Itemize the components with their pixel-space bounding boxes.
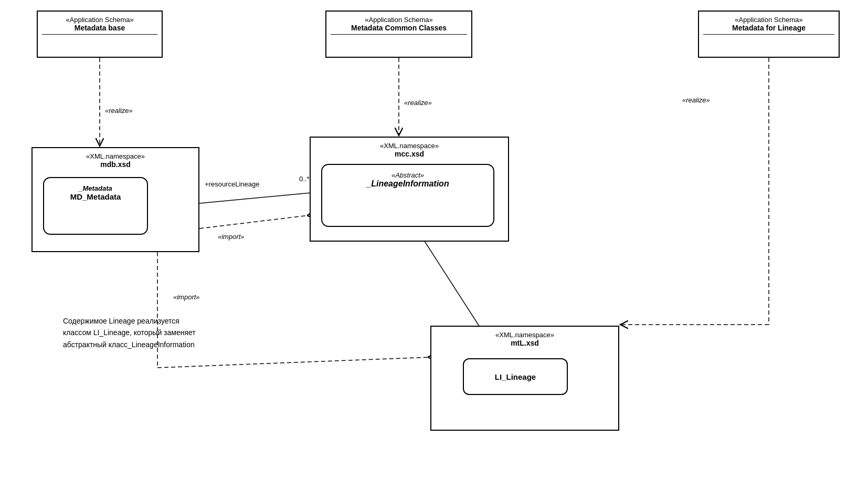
- svg-text:«realize»: «realize»: [105, 107, 133, 115]
- mcc-namespace-box: «XML.namespace» mcc.xsd «Abstract» _Line…: [310, 137, 509, 242]
- svg-line-10: [199, 215, 309, 228]
- svg-text:«import»: «import»: [173, 293, 200, 301]
- lineage-info-stereotype: «Abstract»: [329, 171, 487, 179]
- app-schema3-stereotype: «Application Schema»: [703, 16, 834, 24]
- app-schema2-name: Metadata Common Classes: [331, 24, 467, 32]
- svg-text:«realize»: «realize»: [682, 96, 710, 104]
- app-schema1-name: Metadata base: [42, 24, 157, 32]
- li-lineage-box: LI_Lineage: [463, 358, 568, 395]
- mdb-name: mdb.xsd: [37, 160, 194, 169]
- lineage-info-italic: _LineageInformation: [329, 179, 487, 189]
- mdb-namespace-box: «XML.namespace» mdb.xsd _Metadata MD_Met…: [31, 147, 199, 252]
- md-metadata-italic: _Metadata: [50, 184, 141, 192]
- mdb-stereotype: «XML.namespace»: [37, 152, 194, 160]
- mtl-stereotype: «XML.namespace»: [436, 331, 614, 339]
- svg-line-13: [157, 357, 429, 368]
- app-schema3-name: Metadata for Lineage: [703, 24, 834, 32]
- md-metadata-box: _Metadata MD_Metadata: [43, 177, 148, 235]
- app-schema2-stereotype: «Application Schema»: [331, 16, 467, 24]
- lineage-info-box: «Abstract» _LineageInformation: [321, 164, 494, 227]
- mcc-name: mcc.xsd: [315, 150, 504, 158]
- svg-text:+resourceLineage: +resourceLineage: [205, 180, 259, 188]
- svg-text:0..*: 0..*: [299, 175, 310, 183]
- md-metadata-bold: MD_Metadata: [50, 192, 141, 201]
- app-schema-metadata-common: «Application Schema» Metadata Common Cla…: [325, 11, 472, 58]
- svg-text:«import»: «import»: [218, 233, 245, 241]
- note-text: Содержимое Lineage реализуется классом L…: [63, 315, 262, 350]
- app-schema-metadata-base: «Application Schema» Metadata base: [37, 11, 163, 58]
- app-schema-metadata-lineage: «Application Schema» Metadata for Lineag…: [698, 11, 840, 58]
- app-schema1-stereotype: «Application Schema»: [42, 16, 157, 24]
- svg-text:«realize»: «realize»: [404, 99, 432, 107]
- mcc-stereotype: «XML.namespace»: [315, 142, 504, 150]
- diagram-container: «realize» «realize» «realize» +resourceL…: [0, 0, 868, 478]
- mtl-name: mtL.xsd: [436, 339, 614, 347]
- mtl-namespace-box: «XML.namespace» mtL.xsd LI_Lineage: [430, 326, 619, 431]
- li-lineage-name: LI_Lineage: [495, 372, 536, 381]
